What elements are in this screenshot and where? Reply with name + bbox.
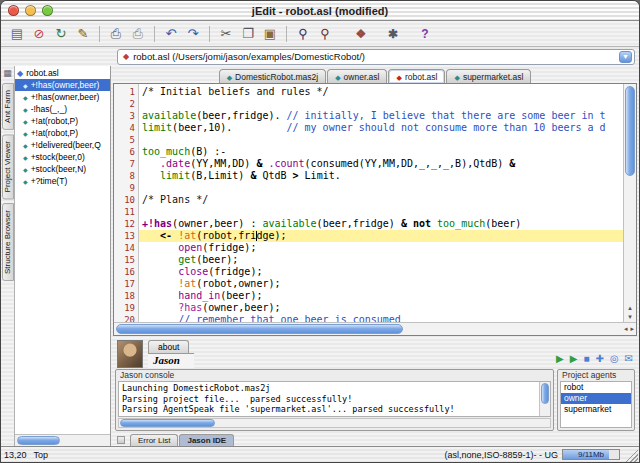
code-line[interactable]: // remember that one beer is consumed bbox=[139, 314, 623, 322]
sidebar-tab-ant-farm[interactable]: Ant Farm bbox=[2, 83, 14, 130]
dock-tab-error-list[interactable]: Error List bbox=[130, 434, 178, 446]
tree-item[interactable]: ◆+!delivered(beer,Q bbox=[15, 139, 110, 151]
scroll-right-icon[interactable]: ▸ bbox=[630, 325, 634, 333]
find-next-icon[interactable]: ⚲ bbox=[315, 24, 335, 44]
page-setup-icon[interactable]: ⎙ bbox=[128, 24, 148, 44]
dock-handle-icon[interactable] bbox=[117, 436, 125, 444]
run-mas-icon[interactable]: ▶ bbox=[556, 354, 564, 364]
text-editor[interactable]: 1234567891011121314151617181920 /* Initi… bbox=[113, 83, 637, 336]
code-line[interactable]: +!has(owner,beer) : available(beer,fridg… bbox=[139, 218, 623, 230]
scrollbar-thumb[interactable] bbox=[116, 324, 403, 334]
redo-icon[interactable]: ↷ bbox=[183, 24, 203, 44]
buffer-tab-supermarket-asl[interactable]: ◆supermarket.asl bbox=[446, 69, 531, 83]
console-horizontal-scrollbar[interactable] bbox=[118, 418, 551, 428]
memory-gauge[interactable]: 9/11Mb bbox=[562, 449, 620, 460]
scrollbar-arrows[interactable]: ◂ ▸ bbox=[624, 323, 634, 335]
tree-item[interactable]: ◆+stock(beer,0) bbox=[15, 151, 110, 163]
code-line[interactable]: limit(beer,10). // my owner should not c… bbox=[139, 122, 623, 134]
line-number-gutter: 1234567891011121314151617181920 bbox=[114, 84, 139, 322]
agent-item-owner[interactable]: owner bbox=[561, 393, 631, 404]
copy-icon[interactable]: ❐ bbox=[238, 24, 258, 44]
agent-item-supermarket[interactable]: supermarket bbox=[561, 404, 631, 415]
editor-horizontal-scrollbar[interactable]: ◂ ▸ bbox=[114, 322, 636, 335]
code-line[interactable]: too_much(B) :- bbox=[139, 146, 623, 158]
jason-help-icon[interactable]: ✉ bbox=[625, 354, 633, 364]
buffer-tab-robot-asl[interactable]: ◆robot.asl bbox=[388, 69, 445, 83]
scroll-left-icon[interactable]: ◂ bbox=[624, 325, 628, 333]
code-line[interactable]: hand_in(beer); bbox=[139, 290, 623, 302]
tree-root[interactable]: ◆ robot.asl bbox=[15, 67, 110, 79]
tab-about[interactable]: about bbox=[148, 340, 189, 353]
resize-grip[interactable] bbox=[624, 448, 638, 462]
editor-vertical-scrollbar[interactable]: ▴ ▾ bbox=[623, 84, 636, 322]
sidebar-tab-structure-browser[interactable]: Structure Browser bbox=[2, 203, 14, 281]
scrollbar-thumb[interactable] bbox=[120, 419, 215, 427]
close-buffer-icon[interactable]: ⊘ bbox=[29, 24, 49, 44]
scrollbar-thumb[interactable] bbox=[17, 436, 60, 445]
paste-icon[interactable]: ▣ bbox=[260, 24, 280, 44]
tree-item[interactable]: ◆-!has(_,_) bbox=[15, 103, 110, 115]
code-line[interactable] bbox=[139, 134, 623, 146]
code-line[interactable] bbox=[139, 206, 623, 218]
scroll-down-icon[interactable]: ▾ bbox=[628, 312, 632, 321]
stop-mas-icon[interactable]: ■ bbox=[583, 354, 589, 364]
print-icon[interactable]: ⎙ bbox=[106, 24, 126, 44]
reload-icon[interactable]: ↻ bbox=[51, 24, 71, 44]
help-icon[interactable]: ? bbox=[415, 24, 435, 44]
tree-item[interactable]: ◆+!has(owner,beer) bbox=[15, 91, 110, 103]
tree-item[interactable]: ◆+!at(robot,P) bbox=[15, 115, 110, 127]
window-title: jEdit - robot.asl (modified) bbox=[1, 5, 639, 17]
dock-grid-icon[interactable]: ▦ bbox=[3, 68, 12, 79]
line-number: 2 bbox=[114, 98, 138, 110]
scrollbar-thumb[interactable] bbox=[625, 86, 635, 176]
code-area[interactable]: /* Initial beliefs and rules */available… bbox=[139, 84, 623, 322]
chevron-down-icon[interactable]: ▼ bbox=[619, 51, 632, 63]
scrollbar-arrows[interactable]: ▴ ▾ bbox=[624, 303, 636, 321]
code-line[interactable]: ?has(owner,beer); bbox=[139, 302, 623, 314]
code-line[interactable]: /* Plans */ bbox=[139, 194, 623, 206]
code-line[interactable]: close(fridge); bbox=[139, 266, 623, 278]
zoom-button[interactable] bbox=[42, 5, 53, 16]
edit-macro-icon[interactable]: ✎ bbox=[73, 24, 93, 44]
code-line[interactable]: limit(B,Limit) & QtdB > Limit. bbox=[139, 170, 623, 182]
code-line[interactable]: <- !at(robot,fridge); bbox=[139, 230, 623, 242]
tree-item[interactable]: ◆+?time(T) bbox=[15, 175, 110, 187]
code-line[interactable] bbox=[139, 98, 623, 110]
title-bar[interactable]: jEdit - robot.asl (modified) bbox=[1, 1, 639, 21]
code-line[interactable]: !at(robot,owner); bbox=[139, 278, 623, 290]
tree-horizontal-scrollbar[interactable] bbox=[15, 434, 110, 446]
plugin-manager-icon[interactable]: ❖ bbox=[351, 24, 371, 44]
code-line[interactable]: .date(YY,MM,DD) & .count(consumed(YY,MM,… bbox=[139, 158, 623, 170]
scroll-up-icon[interactable]: ▴ bbox=[628, 303, 632, 312]
buffer-tab-owner-asl[interactable]: ◆owner.asl bbox=[327, 69, 387, 83]
minimize-button[interactable] bbox=[25, 5, 36, 16]
buffer-switcher-combo[interactable]: ◆ robot.asl (/Users/jomi/jason/examples/… bbox=[117, 49, 635, 65]
debug-mas-icon[interactable]: ▶ bbox=[570, 354, 578, 364]
undo-icon[interactable]: ↶ bbox=[161, 24, 181, 44]
mind-inspector-icon[interactable]: ◎ bbox=[610, 354, 619, 364]
buffer-tab-domesticrobot-mas2j[interactable]: ◆DomesticRobot.mas2j bbox=[219, 69, 327, 83]
toolbar-right-group: ❖✱? bbox=[351, 24, 435, 44]
agent-item-robot[interactable]: robot bbox=[561, 382, 631, 393]
code-line[interactable]: open(fridge); bbox=[139, 242, 623, 254]
tree-item-label: +stock(beer,N) bbox=[31, 164, 87, 174]
scrollbar-thumb[interactable] bbox=[541, 383, 549, 404]
code-line[interactable]: available(beer,fridge). // initially, I … bbox=[139, 110, 623, 122]
code-line[interactable]: /* Initial beliefs and rules */ bbox=[139, 86, 623, 98]
new-file-icon[interactable]: ▤ bbox=[7, 24, 27, 44]
sidebar-tab-project-viewer[interactable]: Project Viewer bbox=[2, 134, 14, 199]
tree-item[interactable]: ◆+!has(owner,beer) bbox=[15, 79, 110, 91]
code-line[interactable] bbox=[139, 182, 623, 194]
dock-tab-jason-ide[interactable]: Jason IDE bbox=[179, 434, 234, 446]
code-line[interactable]: get(beer); bbox=[139, 254, 623, 266]
tree-item[interactable]: ◆+!at(robot,P) bbox=[15, 127, 110, 139]
editor-body: 1234567891011121314151617181920 /* Initi… bbox=[114, 84, 636, 322]
global-options-icon[interactable]: ✱ bbox=[383, 24, 403, 44]
find-icon[interactable]: ⚲ bbox=[293, 24, 313, 44]
console-output[interactable]: Launching DomesticRobot.mas2jParsing pro… bbox=[118, 381, 551, 417]
console-vertical-scrollbar[interactable] bbox=[539, 382, 550, 416]
tree-item[interactable]: ◆+stock(beer,N) bbox=[15, 163, 110, 175]
new-agent-icon[interactable]: ✚ bbox=[595, 354, 603, 364]
cut-icon[interactable]: ✂ bbox=[216, 24, 236, 44]
close-button[interactable] bbox=[8, 5, 19, 16]
